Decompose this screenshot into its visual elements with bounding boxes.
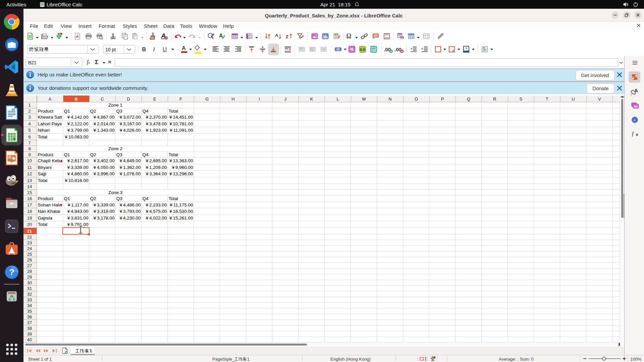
svg-text:15: 15 [372, 48, 376, 51]
svg-text:%: % [350, 47, 354, 52]
svg-text:0.0: 0.0 [360, 48, 365, 52]
svg-text:f: f [632, 130, 634, 137]
svg-text:A: A [275, 33, 278, 38]
svg-text:Z: Z [286, 34, 288, 39]
svg-text:Ω: Ω [346, 32, 352, 40]
svg-text:?: ? [9, 267, 14, 277]
